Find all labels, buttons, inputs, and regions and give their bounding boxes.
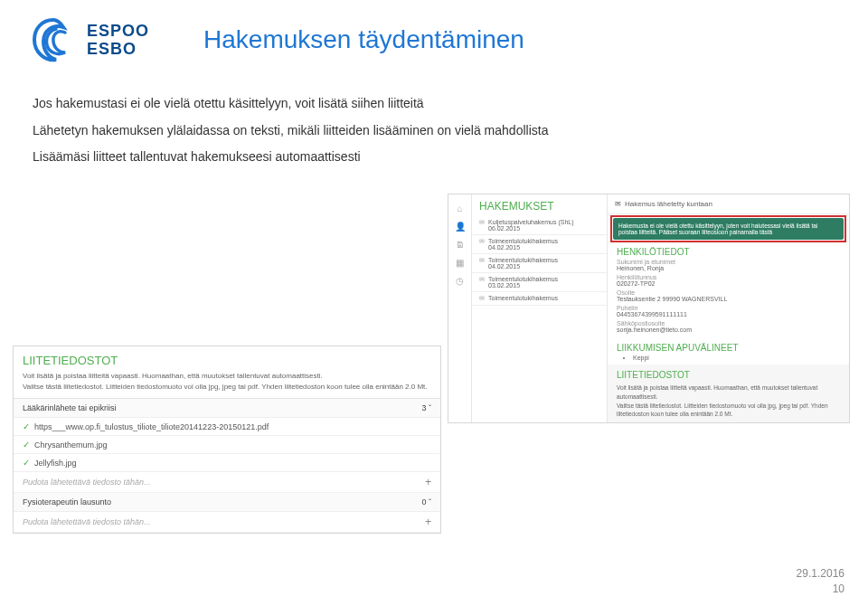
intro-text: Jos hakemustasi ei ole vielä otettu käsi… xyxy=(33,94,868,167)
app-list-item[interactable]: ✉ Toimeentulotukihakemus04.02.2015 xyxy=(472,254,607,273)
file-row[interactable]: ✓ Jellyfish.jpg xyxy=(14,454,440,472)
screenshot-attachments-panel: LIITETIEDOSTOT Voit lisätä ja poistaa li… xyxy=(13,346,441,534)
app-list-item[interactable]: ✉ Toimeentulotukihakemus xyxy=(472,292,607,306)
logo-line2: ESBO xyxy=(87,41,149,59)
edit-notice[interactable]: Hakemusta ei ole vielä otettu käsittelyy… xyxy=(613,218,844,240)
footer-page: 10 xyxy=(797,582,844,597)
calendar-icon[interactable]: ▦ xyxy=(448,254,471,272)
intro-p1: Jos hakemustasi ei ole vielä otettu käsi… xyxy=(33,94,868,114)
logo: ESPOO ESBO xyxy=(29,16,149,65)
sent-status: ✉ Hakemus lähetetty kuntaan xyxy=(608,194,849,214)
mail-icon: ✉ xyxy=(479,295,485,302)
espoo-swirl-icon xyxy=(29,16,78,65)
app-list-item[interactable]: ✉ Kuljetuspalveluhakemus (ShL)06.02.2015 xyxy=(472,216,607,235)
app-list-item[interactable]: ✉ Toimeentulotukihakemus03.02.2015 xyxy=(472,273,607,292)
plus-icon[interactable]: + xyxy=(425,476,431,488)
doc-icon[interactable]: 🗎 xyxy=(448,236,471,254)
mail-icon: ✉ xyxy=(479,257,485,270)
person-heading: HENKILÖTIEDOT xyxy=(617,247,840,257)
applications-heading: HAKEMUKSET xyxy=(472,194,607,216)
drop-zone[interactable]: Pudota lähetettävä tiedosto tähän... + xyxy=(14,512,440,533)
file-group-header[interactable]: Fysioterapeutin lausunto 0 ˇ xyxy=(14,493,440,512)
mail-icon: ✉ xyxy=(479,276,485,289)
chevron-down-icon: ˇ xyxy=(429,497,431,507)
file-row[interactable]: ✓ https___www.op.fi_tulostus_tiliote_til… xyxy=(14,418,440,436)
aid-item: Keppi xyxy=(633,355,840,361)
chevron-down-icon: ˇ xyxy=(429,403,431,412)
aids-heading: LIIKKUMISEN APUVÄLINEET xyxy=(617,343,840,353)
footer: 29.1.2016 10 xyxy=(797,566,844,597)
attachments-heading: LIITETIEDOSTOT xyxy=(617,368,840,382)
clock-icon[interactable]: ◷ xyxy=(448,272,471,290)
file-row[interactable]: ✓ Chrysanthemum.jpg xyxy=(14,436,440,454)
home-icon[interactable]: ⌂ xyxy=(448,200,471,218)
logo-line1: ESPOO xyxy=(87,23,149,41)
footer-date: 29.1.2016 xyxy=(797,566,844,582)
file-group-header[interactable]: Lääkärinlähete tai epikriisi 3 ˇ xyxy=(14,399,440,418)
mail-icon: ✉ xyxy=(479,219,485,232)
logo-text: ESPOO ESBO xyxy=(87,23,149,59)
plus-icon[interactable]: + xyxy=(425,516,431,528)
check-icon: ✓ xyxy=(23,458,30,468)
check-icon: ✓ xyxy=(23,440,30,450)
mail-icon: ✉ xyxy=(615,200,621,208)
attachments-heading: LIITETIEDOSTOT xyxy=(14,346,440,371)
check-icon: ✓ xyxy=(23,421,30,431)
page-title: Hakemuksen täydentäminen xyxy=(203,25,524,54)
drop-zone[interactable]: Pudota lähetettävä tiedosto tähän... + xyxy=(14,472,440,493)
nav-icons: ⌂ 👤 🗎 ▦ ◷ xyxy=(448,194,472,422)
intro-p3: Lisäämäsi liitteet tallentuvat hakemukse… xyxy=(33,147,868,167)
user-icon[interactable]: 👤 xyxy=(448,218,471,236)
app-list-item[interactable]: ✉ Toimeentulotukihakemus04.02.2015 xyxy=(472,235,607,254)
intro-p2: Lähetetyn hakemuksen ylälaidassa on teks… xyxy=(33,121,868,141)
mail-icon: ✉ xyxy=(479,238,485,251)
screenshot-application-detail: ⌂ 👤 🗎 ▦ ◷ HAKEMUKSET ✉ Kuljetuspalveluha… xyxy=(448,194,850,423)
